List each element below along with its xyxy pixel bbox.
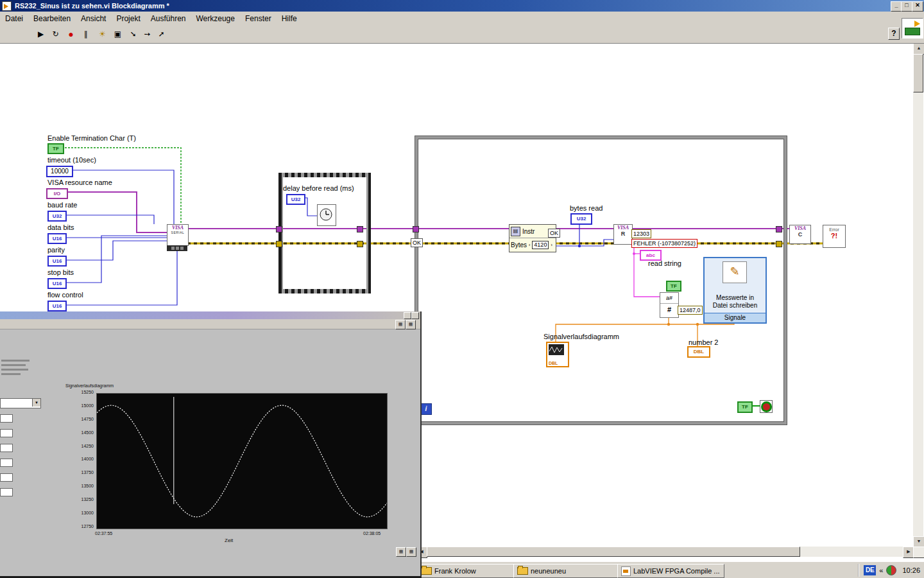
close-button[interactable]: ✕	[912, 1, 923, 12]
maximize-button[interactable]: □	[901, 1, 912, 12]
panel-tool-icon-1[interactable]: ▦	[395, 320, 406, 329]
labview-block-diagram-screen: Enable Termination Char (T) TF timeout (…	[0, 0, 924, 578]
menu-ausfuehren[interactable]: Ausführen	[146, 13, 191, 24]
help-button[interactable]: ?	[888, 28, 900, 40]
run-continuous-button[interactable]: ↻	[48, 28, 63, 41]
waveform-chart-label: Signalverlaufsdiagramm	[543, 333, 619, 340]
write-measurement-file-express-vi[interactable]: ✎ Messwerte in Datei schreiben Signale	[703, 257, 767, 324]
tunnel	[357, 226, 363, 232]
labview-app-icon	[2, 1, 12, 11]
step-over-button[interactable]: ➙	[140, 28, 155, 41]
flow-control-terminal[interactable]: U16	[47, 301, 67, 311]
abort-button[interactable]: ●	[64, 28, 78, 41]
tray-status-icon[interactable]	[886, 565, 896, 575]
baud-wire	[64, 215, 154, 224]
panel-control-stub[interactable]	[0, 429, 13, 437]
visa-class-selector[interactable]	[167, 245, 187, 251]
panel-control-stub[interactable]	[0, 459, 13, 467]
panel-control-stub[interactable]	[0, 414, 13, 423]
panel-control-stub[interactable]	[0, 444, 13, 452]
pause-button[interactable]: ∥	[78, 28, 93, 41]
waveform-chart-terminal[interactable]: DBL	[546, 342, 569, 367]
taskbar-item-labview-fpga[interactable]: LabVIEW FPGA Compile ...	[617, 564, 724, 578]
loop-condition-terminal[interactable]	[760, 400, 773, 413]
run-button[interactable]: ▶	[33, 28, 48, 41]
prop-row2-label: Bytes	[511, 241, 527, 249]
tunnel	[776, 241, 782, 247]
panel-control-stub[interactable]	[0, 473, 13, 482]
flow-control-label: flow control	[47, 291, 83, 299]
panel-close-button[interactable]	[411, 312, 419, 319]
probe-ok-2: OK	[548, 229, 560, 238]
tunnel	[357, 241, 363, 247]
stop-bool-terminal[interactable]: TF	[737, 401, 753, 413]
scrollbar-corner	[913, 547, 924, 558]
highlight-execution-button[interactable]: ☀	[95, 28, 110, 41]
wait-ms-node[interactable]	[317, 204, 336, 226]
error-handler-node[interactable]: Error ?!	[823, 225, 846, 248]
taskbar-item-neuneuneu[interactable]: neuneuneu	[513, 564, 620, 578]
bytes-read-terminal[interactable]: U32	[570, 213, 592, 225]
menu-bearbeiten[interactable]: Bearbeiten	[28, 13, 76, 24]
term-char-terminal[interactable]: TF	[47, 143, 64, 154]
read-value-bubble: 12303	[631, 229, 651, 238]
iteration-terminal[interactable]: i	[420, 403, 432, 415]
tunnel	[276, 226, 282, 232]
delay-terminal[interactable]: U32	[286, 194, 305, 205]
visa-read-node[interactable]: VISA R	[613, 224, 633, 245]
scroll-up-button[interactable]: ▲	[913, 43, 924, 55]
language-indicator[interactable]: DE	[864, 565, 876, 575]
front-panel-titlebar[interactable]	[0, 311, 420, 319]
instr-icon: ▤	[511, 227, 520, 236]
visa-logo: VISA	[167, 225, 188, 231]
horizontal-scroll-thumb[interactable]	[427, 547, 800, 557]
x-axis-start-label: 02:37:55	[95, 531, 112, 536]
menu-datei[interactable]: Datei	[0, 13, 28, 24]
menu-hilfe[interactable]: Hilfe	[277, 13, 302, 24]
mini-chart-icon	[549, 344, 564, 355]
panel-control-stub[interactable]	[0, 488, 13, 496]
visa-close-node[interactable]: VISA C	[789, 225, 811, 244]
front-panel-window[interactable]: ▦ ▦ ▼ Signalverlaufsdiagramm 1525015000 …	[0, 311, 422, 578]
panel-corner-icon-2[interactable]: ▦	[406, 547, 416, 557]
number2-terminal[interactable]: DBL	[687, 346, 710, 358]
visa-resource-terminal[interactable]: I/O	[46, 188, 68, 199]
window-titlebar[interactable]: RS232_Sinus ist zu sehen.vi Blockdiagram…	[0, 0, 924, 12]
menu-projekt[interactable]: Projekt	[111, 13, 145, 24]
panel-restore-button[interactable]	[404, 312, 411, 319]
step-out-button[interactable]: ➚	[154, 28, 169, 41]
stop-bits-terminal[interactable]: U16	[47, 278, 67, 289]
delay-label: delay before read (ms)	[283, 184, 354, 192]
horizontal-scrollbar[interactable]: ◀ ▶	[416, 547, 913, 557]
menu-fenster[interactable]: Fenster	[240, 13, 277, 24]
retain-wire-values-button[interactable]: ▣	[110, 28, 125, 41]
vertical-scrollbar[interactable]: ▲ ▼	[913, 43, 923, 547]
baud-terminal[interactable]: U32	[47, 211, 67, 222]
stop-bits-wire	[64, 236, 167, 283]
signale-input[interactable]: Signale	[705, 313, 766, 322]
panel-tool-icon-2[interactable]: ▦	[406, 320, 416, 329]
probe-ok-1: OK	[411, 238, 423, 247]
menu-werkzeuge[interactable]: Werkzeuge	[191, 13, 239, 24]
bool-constant[interactable]: TF	[666, 281, 681, 292]
string-to-number-node[interactable]: a# #	[660, 292, 679, 318]
taskbar-item-label: neuneuneu	[531, 567, 566, 575]
tray-chevron[interactable]: «	[879, 566, 883, 574]
clock-icon	[318, 205, 334, 224]
panel-corner-icon-1[interactable]: ▦	[396, 547, 406, 557]
step-into-button[interactable]: ➘	[126, 28, 141, 41]
panel-dropdown-stub[interactable]: ▼	[0, 398, 41, 408]
data-bits-terminal[interactable]: U16	[47, 233, 67, 244]
vertical-scroll-thumb[interactable]	[913, 54, 923, 92]
parity-terminal[interactable]: U16	[47, 256, 67, 267]
visa-configure-serial-node[interactable]: VISA SERIAL	[167, 224, 189, 246]
x-axis-title: Zeit	[225, 538, 233, 543]
taskbar-item-frank-krolow[interactable]: Frank Krolow	[417, 564, 516, 578]
taskbar-clock[interactable]: 10:26	[900, 566, 923, 574]
timeout-value[interactable]: 10000	[46, 166, 73, 177]
menu-ansicht[interactable]: Ansicht	[76, 13, 111, 24]
x-axis-end-label: 02:38:05	[363, 531, 381, 536]
stop-bits-label: stop bits	[47, 268, 74, 276]
bytes-value: 4120	[532, 241, 549, 249]
term-char-label: Enable Termination Char (T)	[47, 134, 136, 142]
